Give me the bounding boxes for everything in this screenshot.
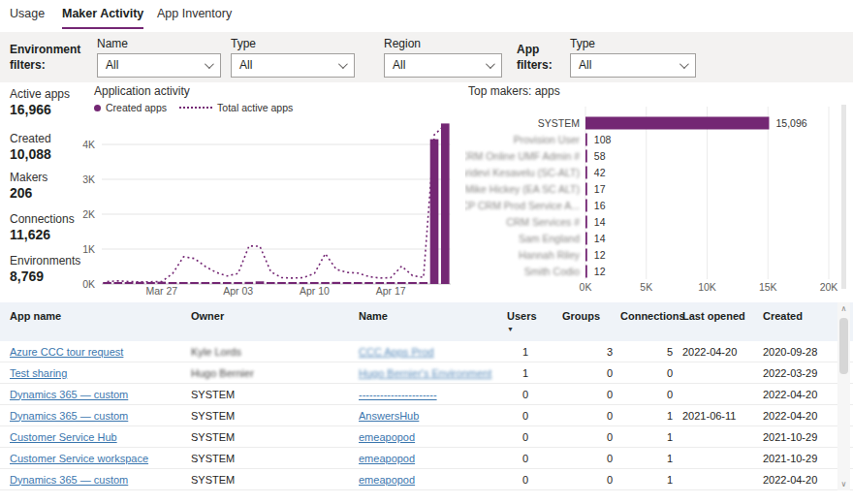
app-name-cell: Customer Service workspace	[10, 453, 191, 464]
name-cell: emeapopod	[359, 453, 507, 464]
col-header-connections[interactable]: Connections	[620, 302, 680, 324]
svg-text:12: 12	[594, 249, 606, 261]
created-cell: 2020-09-28	[753, 346, 845, 358]
chevron-down-icon	[679, 59, 689, 69]
filter-bar: Environment filters: Name All Type All R…	[0, 32, 853, 82]
svg-text:16: 16	[594, 200, 606, 211]
name-cell: emeapopod	[359, 431, 507, 443]
connections-cell: 1	[620, 431, 680, 443]
svg-text:20K: 20K	[820, 281, 838, 293]
table-row: Test sharingHugo BernierHugo Bernier's E…	[0, 362, 853, 384]
svg-text:12: 12	[594, 266, 606, 277]
chevron-down-icon	[486, 59, 495, 69]
app-name-link[interactable]: Dynamics 365 — custom	[10, 389, 128, 400]
svg-text:10K: 10K	[698, 281, 716, 293]
svg-text:Apr 10: Apr 10	[300, 285, 330, 297]
table-row: Customer Service workspaceSYSTEMemeapopo…	[0, 448, 853, 469]
stat-active-apps: Active apps 16,966	[10, 87, 97, 117]
app-name-link[interactable]: Customer Service Hub	[10, 431, 117, 443]
table-row: Dynamics 365 — customSYSTEMemeapopod0012…	[0, 469, 853, 490]
svg-text:SYSTEM: SYSTEM	[538, 117, 580, 129]
owner-cell: SYSTEM	[191, 410, 359, 422]
environment-name-link[interactable]: emeapopod	[359, 431, 415, 443]
env-type-value: All	[239, 58, 252, 72]
environment-name-link[interactable]: Hugo Bernier's Environment	[359, 367, 491, 379]
maker-activity-dashboard: Usage Maker Activity App Inventory Envir…	[0, 0, 853, 504]
owner-cell: SYSTEM	[191, 431, 359, 443]
col-header-groups[interactable]: Groups	[536, 302, 620, 324]
created-apps-legend-label: Created apps	[106, 102, 167, 113]
app-name-link[interactable]: Dynamics 365 — custom	[10, 474, 128, 486]
environment-name-link[interactable]: emeapopod	[359, 474, 415, 486]
environment-name-link[interactable]: AnswersHub	[359, 410, 419, 422]
connections-cell: 5	[620, 346, 680, 358]
app-type-dropdown[interactable]: All	[570, 53, 696, 78]
table-header-row: App name Owner Name Users ▼ Groups Conne…	[0, 302, 853, 341]
env-type-label: Type	[231, 37, 355, 50]
connections-cell: 1	[620, 410, 680, 422]
env-name-dropdown[interactable]: All	[97, 53, 221, 78]
stat-label: Active apps	[10, 87, 97, 101]
svg-text:Mike Hickey (EA SC ALT): Mike Hickey (EA SC ALT)	[465, 183, 580, 195]
app-type-value: All	[579, 58, 591, 72]
svg-text:14: 14	[594, 216, 606, 228]
col-header-users-label: Users	[507, 310, 537, 322]
app-name-link[interactable]: Azure CCC tour request	[10, 346, 123, 358]
environment-name-link[interactable]: emeapopod	[359, 453, 415, 464]
owner-cell: SYSTEM	[191, 453, 359, 464]
col-header-created[interactable]: Created	[753, 302, 845, 324]
app-name-link[interactable]: Test sharing	[10, 367, 67, 379]
created-apps-legend-dot-icon	[94, 105, 101, 111]
tab-maker-activity[interactable]: Maker Activity	[62, 0, 143, 29]
app-name-cell: Dynamics 365 — custom	[10, 474, 191, 486]
env-region-label: Region	[384, 37, 502, 50]
app-type-label: Type	[570, 37, 696, 50]
svg-text:3K: 3K	[82, 173, 95, 185]
app-name-link[interactable]: Dynamics 365 — custom	[10, 410, 128, 422]
app-name-cell: Dynamics 365 — custom	[10, 389, 191, 400]
env-name-value: All	[106, 58, 118, 72]
svg-text:4K: 4K	[82, 139, 95, 150]
scroll-up-icon[interactable]: ∧	[837, 302, 850, 315]
col-header-last-opened[interactable]: Last opened	[680, 302, 753, 324]
created-cell: 2022-03-29	[753, 367, 845, 379]
svg-text:42: 42	[594, 167, 606, 178]
svg-text:Sam England: Sam England	[519, 233, 580, 244]
app-filters-label: App filters:	[517, 42, 563, 73]
svg-text:CRM Online UMF Admin #: CRM Online UMF Admin #	[465, 150, 580, 162]
svg-text:2K: 2K	[82, 208, 95, 220]
app-name-cell: Customer Service Hub	[10, 431, 191, 443]
created-cell: 2021-10-29	[753, 431, 845, 443]
tab-bar: Usage Maker Activity App Inventory	[0, 0, 853, 31]
owner-cell: Kyle Lords	[191, 346, 359, 358]
env-type-dropdown[interactable]: All	[231, 53, 355, 78]
users-cell: 0	[507, 389, 536, 400]
owner-cell: Hugo Bernier	[191, 367, 359, 379]
environment-name-link[interactable]: ----------------------	[359, 389, 437, 400]
users-cell: 0	[507, 431, 536, 443]
name-cell: emeapopod	[359, 474, 507, 486]
connections-cell: 0	[620, 389, 680, 400]
scroll-down-icon[interactable]: ∨	[837, 478, 850, 490]
chevron-down-icon	[205, 59, 214, 69]
svg-text:OCP CRM Prod Service A...: OCP CRM Prod Service A...	[465, 200, 580, 211]
charts-scrollbar[interactable]	[841, 105, 846, 289]
col-header-name[interactable]: Name	[359, 302, 507, 324]
env-region-dropdown[interactable]: All	[384, 53, 502, 78]
application-activity-chart[interactable]: 0K1K2K3K4KMar 27Apr 03Apr 10Apr 17	[68, 114, 456, 303]
tab-usage[interactable]: Usage	[10, 0, 45, 29]
owner-cell: SYSTEM	[191, 389, 359, 400]
table-scrollbar[interactable]: ∧ ∨	[837, 302, 850, 490]
top-makers-chart[interactable]: 0K5K10K15K20KSYSTEM15,096Provision User1…	[465, 95, 838, 299]
users-cell: 0	[507, 453, 536, 464]
scrollbar-thumb[interactable]	[839, 318, 848, 374]
tab-app-inventory[interactable]: App Inventory	[157, 0, 232, 29]
col-header-app-name[interactable]: App name	[10, 302, 191, 324]
app-name-cell: Dynamics 365 — custom	[10, 410, 191, 422]
svg-text:0K: 0K	[82, 278, 95, 290]
col-header-users[interactable]: Users ▼	[507, 302, 536, 334]
environment-name-link[interactable]: CCC Apps Prod	[359, 346, 434, 358]
total-active-apps-legend-label: Total active apps	[217, 102, 293, 113]
col-header-owner[interactable]: Owner	[191, 302, 359, 324]
app-name-link[interactable]: Customer Service workspace	[10, 453, 148, 464]
